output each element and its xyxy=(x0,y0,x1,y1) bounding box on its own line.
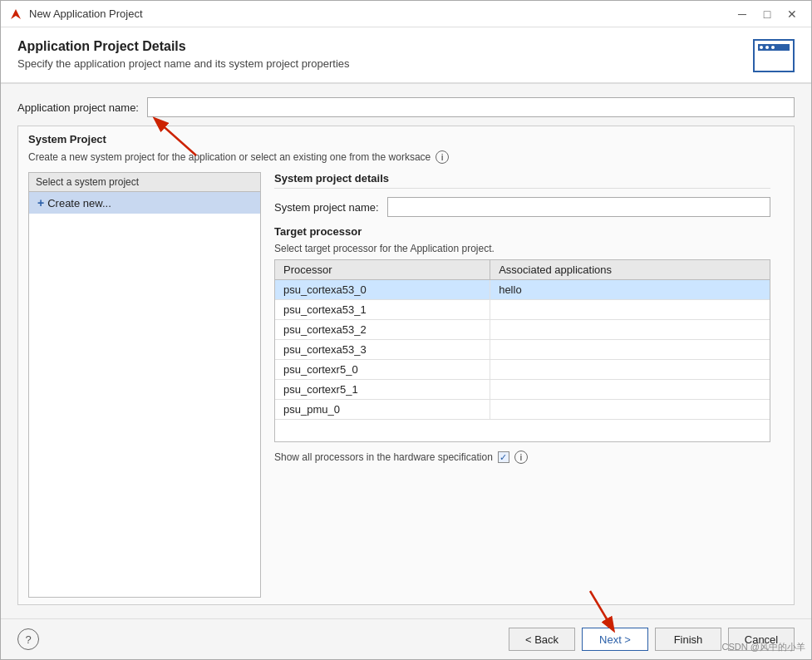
create-new-label: Create new... xyxy=(47,197,111,209)
plus-icon: + xyxy=(37,196,44,209)
left-panel-header: Select a system project xyxy=(29,173,260,192)
app-name-row: Application project name: xyxy=(17,97,795,117)
dot-2 xyxy=(765,46,769,49)
create-new-item[interactable]: + Create new... xyxy=(29,192,260,214)
table-row[interactable]: psu_cortexa53_3 xyxy=(275,340,770,360)
show-processors-checkbox[interactable] xyxy=(498,451,509,463)
col-associated-header: Associated applications xyxy=(490,260,770,280)
system-name-label: System project name: xyxy=(274,201,379,214)
app-name-input[interactable] xyxy=(147,97,795,117)
window-title: New Application Project xyxy=(29,7,143,20)
main-content: Application project name: System Project… xyxy=(1,84,811,618)
close-button[interactable]: ✕ xyxy=(781,6,803,22)
table-row[interactable]: psu_cortexa53_1 xyxy=(275,300,770,320)
next-button[interactable]: Next > xyxy=(582,628,648,651)
application-window: New Application Project ─ □ ✕ Applicatio… xyxy=(0,0,812,660)
show-processors-info-icon[interactable]: i xyxy=(514,451,528,464)
system-project-title: System Project xyxy=(28,133,784,145)
help-button[interactable]: ? xyxy=(17,628,39,650)
table-row[interactable]: psu_cortexa53_2 xyxy=(275,320,770,340)
processor-cell: psu_pmu_0 xyxy=(275,400,490,420)
left-panel: Select a system project + Create new... xyxy=(28,172,261,598)
table-row[interactable]: psu_cortexr5_0 xyxy=(275,360,770,380)
show-processors-row: Show all processors in the hardware spec… xyxy=(274,447,770,467)
app-icon xyxy=(9,7,22,21)
header-section: Application Project Details Specify the … xyxy=(1,27,811,84)
processor-cell: psu_cortexa53_1 xyxy=(275,300,490,320)
system-project-info-icon[interactable]: i xyxy=(436,150,449,164)
target-processor-desc: Select target processor for the Applicat… xyxy=(274,243,770,254)
show-processors-label: Show all processors in the hardware spec… xyxy=(274,451,493,463)
col-processor-header: Processor xyxy=(275,260,490,280)
table-scroll-inner[interactable]: Processor Associated applications psu_co… xyxy=(275,260,770,441)
processor-cell: psu_cortexa53_3 xyxy=(275,340,490,360)
system-project-section: System Project Create a new system proje… xyxy=(17,126,795,605)
dot-1 xyxy=(760,46,763,49)
footer: ? < Back Next > Finish Cancel xyxy=(1,618,811,659)
footer-left: ? xyxy=(17,628,39,650)
associated-cell xyxy=(490,400,770,420)
finish-button[interactable]: Finish xyxy=(655,628,721,651)
system-name-input[interactable] xyxy=(387,197,770,217)
icon-dots xyxy=(760,46,775,49)
target-processor-title: Target processor xyxy=(274,225,770,238)
right-panel: System project details System project na… xyxy=(261,172,784,598)
maximize-button[interactable]: □ xyxy=(756,6,778,22)
page-title: Application Project Details xyxy=(17,39,350,54)
table-row[interactable]: psu_cortexr5_1 xyxy=(275,380,770,400)
table-row[interactable]: psu_cortexa53_0hello xyxy=(275,280,770,300)
header-text: Application Project Details Specify the … xyxy=(17,39,350,70)
table-scroll-container: Processor Associated applications psu_co… xyxy=(275,260,770,441)
title-bar-left: New Application Project xyxy=(9,7,143,21)
app-name-section: Application project name: xyxy=(17,97,795,117)
system-project-details-title: System project details xyxy=(274,172,770,189)
dot-3 xyxy=(771,46,775,49)
associated-cell xyxy=(490,360,770,380)
page-subtitle: Specify the application project name and… xyxy=(17,57,350,70)
associated-cell xyxy=(490,300,770,320)
back-button[interactable]: < Back xyxy=(509,628,575,651)
header-decoration-icon xyxy=(753,39,795,72)
title-bar: New Application Project ─ □ ✕ xyxy=(1,1,811,27)
processor-table-wrapper: Processor Associated applications psu_co… xyxy=(274,259,770,442)
system-name-row: System project name: xyxy=(274,197,770,217)
associated-cell xyxy=(490,380,770,400)
associated-cell xyxy=(490,340,770,360)
minimize-button[interactable]: ─ xyxy=(731,6,753,22)
table-row[interactable]: psu_pmu_0 xyxy=(275,400,770,420)
processor-cell: psu_cortexr5_0 xyxy=(275,360,490,380)
processor-cell: psu_cortexa53_2 xyxy=(275,320,490,340)
app-name-label: Application project name: xyxy=(17,101,139,114)
target-processor-section: Target processor Select target processor… xyxy=(274,225,770,598)
watermark: CSDN @风中的小羊 xyxy=(722,641,805,653)
system-project-desc: Create a new system project for the appl… xyxy=(28,150,784,164)
associated-cell xyxy=(490,320,770,340)
window-controls: ─ □ ✕ xyxy=(731,6,803,22)
system-project-body: Select a system project + Create new... … xyxy=(28,172,784,598)
svg-marker-0 xyxy=(11,9,21,19)
processor-cell: psu_cortexa53_0 xyxy=(275,280,490,300)
table-header-row: Processor Associated applications xyxy=(275,260,770,280)
associated-cell: hello xyxy=(490,280,770,300)
processor-table: Processor Associated applications psu_co… xyxy=(275,260,770,420)
processor-cell: psu_cortexr5_1 xyxy=(275,380,490,400)
